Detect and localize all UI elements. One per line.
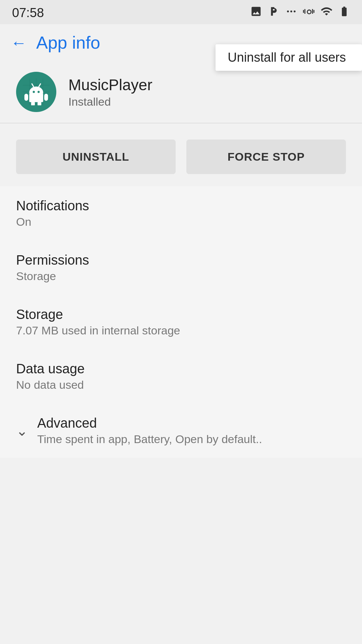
advanced-title: Advanced xyxy=(37,416,262,431)
image-icon xyxy=(250,5,262,20)
storage-subtitle: 7.07 MB used in internal storage xyxy=(16,324,346,337)
back-button[interactable]: ← xyxy=(11,34,27,52)
storage-title: Storage xyxy=(16,307,346,322)
notifications-item[interactable]: Notifications On xyxy=(0,186,362,240)
force-stop-button[interactable]: FORCE STOP xyxy=(186,140,346,174)
advanced-subtitle: Time spent in app, Battery, Open by defa… xyxy=(37,433,262,446)
data-usage-item[interactable]: Data usage No data used xyxy=(0,349,362,404)
svg-point-13 xyxy=(38,91,40,93)
svg-rect-19 xyxy=(38,101,41,105)
parking-icon xyxy=(268,6,280,20)
notifications-subtitle: On xyxy=(16,215,346,228)
action-buttons: UNINSTALL FORCE STOP xyxy=(0,123,362,186)
svg-point-12 xyxy=(33,91,35,93)
app-status: Installed xyxy=(68,95,153,108)
wifi-icon xyxy=(320,5,333,20)
app-icon xyxy=(16,72,56,112)
chevron-down-icon: ⌄ xyxy=(16,423,28,439)
vibrate-icon xyxy=(303,6,314,20)
svg-point-2 xyxy=(294,10,296,12)
permissions-subtitle: Storage xyxy=(16,270,346,283)
dots-icon xyxy=(286,6,297,20)
storage-item[interactable]: Storage 7.07 MB used in internal storage xyxy=(0,295,362,349)
svg-rect-17 xyxy=(44,94,48,101)
settings-list: Notifications On Permissions Storage Sto… xyxy=(0,186,362,458)
page-title: App info xyxy=(36,33,100,53)
header: ← App info Uninstall for all users xyxy=(0,24,362,61)
svg-rect-18 xyxy=(31,101,35,105)
status-bar: 07:58 xyxy=(0,0,362,24)
notifications-title: Notifications xyxy=(16,198,346,213)
data-usage-subtitle: No data used xyxy=(16,378,346,391)
advanced-item[interactable]: ⌄ Advanced Time spent in app, Battery, O… xyxy=(0,404,362,458)
dropdown-menu: Uninstall for all users xyxy=(216,44,362,71)
battery-icon xyxy=(339,6,350,20)
app-name: MusicPlayer xyxy=(68,76,153,94)
permissions-item[interactable]: Permissions Storage xyxy=(0,240,362,295)
app-details: MusicPlayer Installed xyxy=(68,76,153,108)
uninstall-all-users-option[interactable]: Uninstall for all users xyxy=(228,50,346,65)
data-usage-title: Data usage xyxy=(16,361,346,376)
svg-point-1 xyxy=(290,10,292,12)
svg-point-0 xyxy=(287,10,289,12)
uninstall-button[interactable]: UNINSTALL xyxy=(16,140,176,174)
permissions-title: Permissions xyxy=(16,253,346,268)
advanced-text: Advanced Time spent in app, Battery, Ope… xyxy=(37,416,262,446)
svg-rect-11 xyxy=(29,94,43,102)
status-time: 07:58 xyxy=(12,6,44,20)
status-icons xyxy=(250,5,350,20)
svg-rect-16 xyxy=(24,94,28,101)
